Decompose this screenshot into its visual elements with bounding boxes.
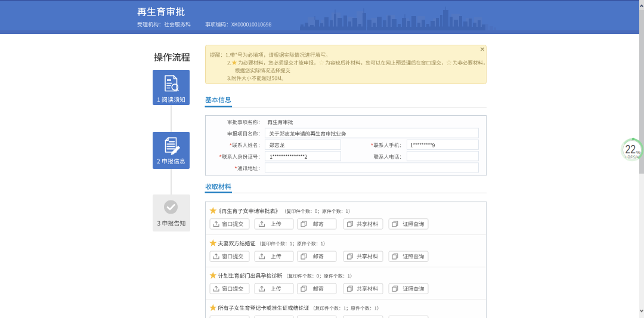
svg-text:↓ 04K/s: ↓ 04K/s (624, 154, 639, 159)
